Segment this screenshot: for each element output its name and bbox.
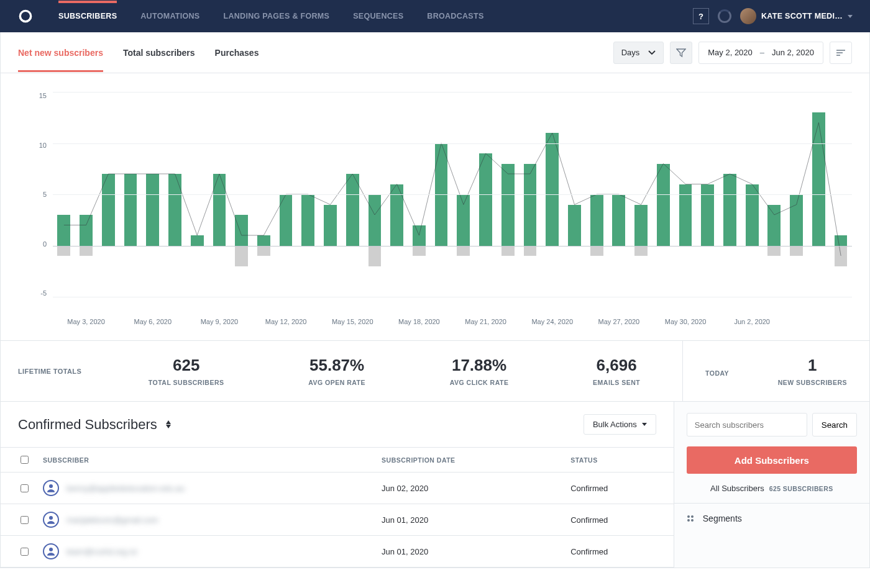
totals-row: LIFETIME TOTALS 625TOTAL SUBSCRIBERS55.8… [1, 341, 869, 402]
svg-point-2 [49, 516, 53, 520]
caret-down-icon [642, 423, 647, 426]
col-date: SUBSCRIPTION DATE [375, 448, 564, 473]
logo-icon [17, 8, 34, 24]
date-range[interactable]: May 2, 2020 – Jun 2, 2020 [698, 42, 823, 64]
tab-total-subscribers[interactable]: Total subscribers [123, 34, 195, 71]
list-title-dropdown[interactable]: Confirmed Subscribers [18, 417, 171, 433]
subscriber-list: Confirmed Subscribers Bulk Actions SUBSC… [1, 402, 674, 568]
period-select[interactable]: Days [613, 42, 664, 64]
nav-sequences[interactable]: SEQUENCES [353, 12, 403, 20]
side-panel: Search Add Subscribers All Subscribers 6… [674, 402, 869, 568]
metric-emails-sent: 6,696EMAILS SENT [593, 356, 640, 386]
today-sublabel: NEW SUBSCRIBERS [778, 379, 847, 386]
col-subscriber: SUBSCRIBER [37, 448, 375, 473]
account-label: KATE SCOTT MEDI… [761, 12, 843, 20]
search-button[interactable]: Search [812, 413, 857, 436]
sort-icon [836, 49, 846, 57]
row-checkbox[interactable] [21, 516, 29, 524]
avatar [740, 8, 756, 24]
nav-automations[interactable]: AUTOMATIONS [140, 12, 199, 20]
nav-subscribers[interactable]: SUBSCRIBERS [58, 12, 117, 20]
table-row[interactable]: benny@appliededucation.edu.auJun 02, 202… [1, 473, 674, 504]
svg-point-4 [687, 515, 690, 518]
totals-label: LIFETIME TOTALS [1, 341, 106, 401]
today-label: TODAY [705, 369, 729, 377]
all-subscribers-link[interactable]: All Subscribers 625 SUBSCRIBERS [687, 484, 857, 493]
top-nav: SUBSCRIBERSAUTOMATIONSLANDING PAGES & FO… [0, 0, 870, 32]
add-subscribers-button[interactable]: Add Subscribers [687, 446, 857, 474]
chart: 151050-5 May 3, 2020May 6, 2020May 9, 20… [1, 73, 869, 341]
sub-nav: Net new subscribersTotal subscribersPurc… [1, 32, 869, 73]
user-icon [43, 512, 59, 528]
nav-landing-pages-forms[interactable]: LANDING PAGES & FORMS [224, 12, 330, 20]
table-row[interactable]: marijalekovic@gmail.comJun 01, 2020Confi… [1, 504, 674, 536]
svg-point-1 [49, 484, 53, 488]
tab-net-new-subscribers[interactable]: Net new subscribers [18, 34, 103, 71]
filter-icon [676, 48, 686, 58]
svg-point-3 [49, 548, 53, 551]
nav-broadcasts[interactable]: BROADCASTS [427, 12, 483, 20]
today-value: 1 [778, 356, 847, 375]
metric-total-subscribers: 625TOTAL SUBSCRIBERS [149, 356, 224, 386]
sort-button[interactable] [830, 42, 852, 64]
segments-icon [687, 515, 697, 522]
segments-link[interactable]: Segments [687, 513, 857, 523]
svg-point-5 [691, 515, 694, 518]
metric-avg-click-rate: 17.88%AVG CLICK RATE [450, 356, 509, 386]
bulk-actions-button[interactable]: Bulk Actions [584, 414, 656, 435]
row-checkbox[interactable] [21, 484, 29, 492]
account-menu[interactable]: KATE SCOTT MEDI… [740, 8, 853, 24]
caret-down-icon [848, 15, 853, 18]
col-status: STATUS [564, 448, 674, 473]
row-checkbox[interactable] [21, 548, 29, 556]
svg-point-7 [691, 519, 694, 522]
tab-purchases[interactable]: Purchases [215, 34, 259, 71]
sort-arrows-icon [166, 420, 171, 428]
table-row[interactable]: team@rushd.org.nzJun 01, 2020Confirmed [1, 536, 674, 568]
svg-point-6 [687, 519, 690, 522]
select-all-checkbox[interactable] [21, 456, 29, 464]
search-input[interactable] [687, 413, 807, 436]
help-button[interactable]: ? [693, 8, 709, 24]
user-icon [43, 480, 59, 496]
filter-button[interactable] [670, 42, 692, 64]
chevron-down-icon [648, 50, 656, 55]
metric-avg-open-rate: 55.87%AVG OPEN RATE [308, 356, 365, 386]
user-icon [43, 543, 59, 559]
sync-icon [718, 9, 731, 23]
